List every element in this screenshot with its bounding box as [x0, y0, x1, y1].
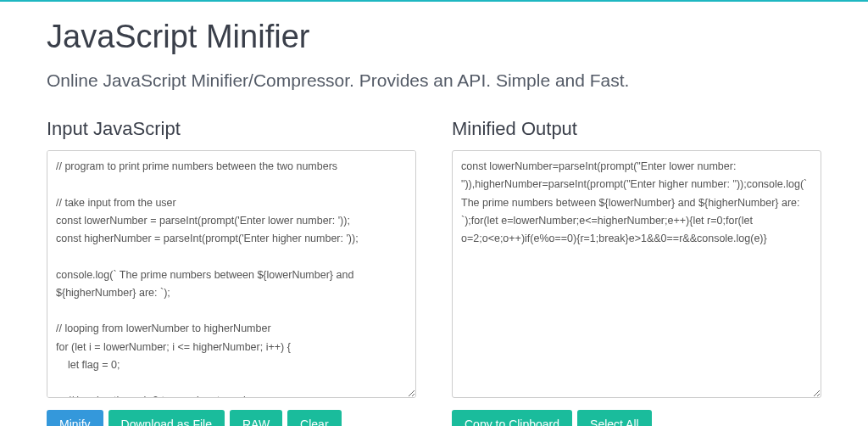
input-heading: Input JavaScript	[47, 118, 416, 140]
main-container: JavaScript Minifier Online JavaScript Mi…	[0, 2, 868, 426]
input-button-row: Minify Download as File RAW Clear	[47, 410, 416, 426]
page-subtitle: Online JavaScript Minifier/Compressor. P…	[47, 70, 821, 91]
select-all-button[interactable]: Select All	[577, 410, 652, 426]
input-textarea[interactable]	[47, 150, 416, 398]
raw-button[interactable]: RAW	[230, 410, 282, 426]
columns: Input JavaScript Minify Download as File…	[47, 118, 821, 426]
clear-button[interactable]: Clear	[287, 410, 341, 426]
page-title: JavaScript Minifier	[47, 19, 821, 55]
output-textarea[interactable]	[452, 150, 821, 398]
output-column: Minified Output Copy to Clipboard Select…	[452, 118, 821, 426]
download-button[interactable]: Download as File	[108, 410, 225, 426]
output-button-row: Copy to Clipboard Select All	[452, 410, 821, 426]
input-column: Input JavaScript Minify Download as File…	[47, 118, 416, 426]
copy-button[interactable]: Copy to Clipboard	[452, 410, 572, 426]
minify-button[interactable]: Minify	[47, 410, 103, 426]
output-heading: Minified Output	[452, 118, 821, 140]
